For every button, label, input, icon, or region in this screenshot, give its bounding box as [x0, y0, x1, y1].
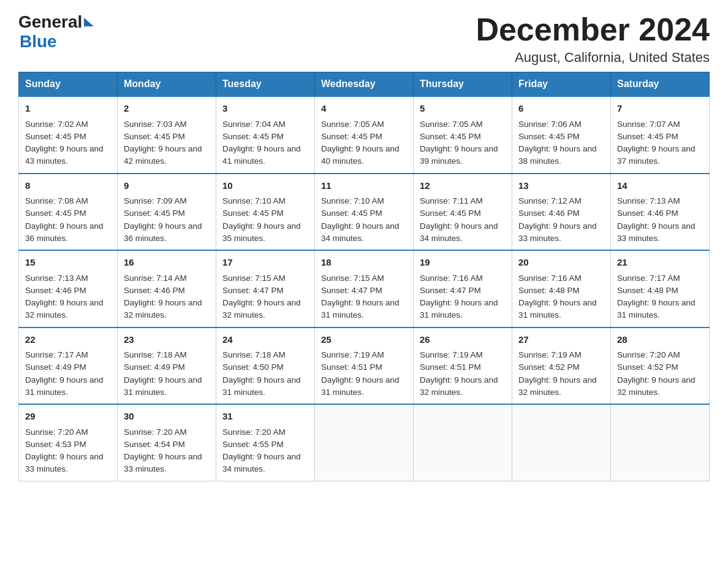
- calendar-cell: 31 Sunrise: 7:20 AM Sunset: 4:55 PM Dayl…: [216, 404, 315, 481]
- calendar-cell: 21 Sunrise: 7:17 AM Sunset: 4:48 PM Dayl…: [611, 250, 710, 327]
- day-number: 15: [25, 256, 111, 270]
- calendar-cell: 22 Sunrise: 7:17 AM Sunset: 4:49 PM Dayl…: [19, 327, 118, 405]
- daylight-text: Daylight: 9 hours and 36 minutes.: [25, 221, 104, 243]
- day-number: 3: [222, 102, 308, 116]
- sunrise-text: Sunrise: 7:19 AM: [518, 350, 582, 359]
- calendar-cell: 29 Sunrise: 7:20 AM Sunset: 4:53 PM Dayl…: [19, 404, 118, 481]
- daylight-text: Daylight: 9 hours and 37 minutes.: [617, 144, 696, 166]
- daylight-text: Daylight: 9 hours and 32 minutes.: [420, 375, 498, 397]
- sunrise-text: Sunrise: 7:11 AM: [420, 196, 483, 205]
- daylight-text: Daylight: 9 hours and 32 minutes.: [25, 298, 104, 320]
- sunrise-text: Sunrise: 7:15 AM: [321, 274, 384, 283]
- day-number: 11: [321, 179, 407, 193]
- day-number: 31: [222, 410, 308, 424]
- sunset-text: Sunset: 4:51 PM: [420, 362, 481, 372]
- main-title: December 2024: [476, 12, 710, 47]
- sunset-text: Sunset: 4:49 PM: [25, 362, 86, 372]
- calendar-header-friday: Friday: [512, 72, 611, 97]
- daylight-text: Daylight: 9 hours and 33 minutes.: [518, 221, 597, 243]
- day-number: 7: [617, 102, 703, 116]
- sunrise-text: Sunrise: 7:17 AM: [25, 350, 88, 359]
- calendar-cell: 17 Sunrise: 7:15 AM Sunset: 4:47 PM Dayl…: [216, 250, 315, 327]
- sunset-text: Sunset: 4:45 PM: [25, 209, 86, 218]
- sunrise-text: Sunrise: 7:18 AM: [124, 350, 187, 359]
- daylight-text: Daylight: 9 hours and 32 minutes.: [124, 298, 202, 320]
- day-number: 12: [420, 179, 506, 193]
- sunset-text: Sunset: 4:45 PM: [420, 132, 481, 141]
- sunset-text: Sunset: 4:45 PM: [222, 132, 284, 141]
- sunrise-text: Sunrise: 7:05 AM: [420, 120, 483, 129]
- sunset-text: Sunset: 4:45 PM: [321, 209, 382, 218]
- calendar-header-saturday: Saturday: [611, 72, 710, 97]
- daylight-text: Daylight: 9 hours and 40 minutes.: [321, 144, 400, 166]
- sunrise-text: Sunrise: 7:12 AM: [518, 196, 582, 205]
- sunrise-text: Sunrise: 7:13 AM: [617, 196, 680, 205]
- day-number: 10: [222, 179, 308, 193]
- daylight-text: Daylight: 9 hours and 42 minutes.: [124, 144, 202, 166]
- day-number: 16: [124, 256, 210, 270]
- day-number: 4: [321, 102, 407, 116]
- daylight-text: Daylight: 9 hours and 38 minutes.: [518, 144, 597, 166]
- daylight-text: Daylight: 9 hours and 31 minutes.: [124, 375, 202, 397]
- calendar-cell: 26 Sunrise: 7:19 AM Sunset: 4:51 PM Dayl…: [414, 327, 512, 405]
- calendar-cell: [414, 404, 512, 481]
- sunset-text: Sunset: 4:46 PM: [124, 286, 185, 295]
- calendar-cell: [611, 404, 710, 481]
- sunset-text: Sunset: 4:51 PM: [321, 362, 382, 372]
- sunrise-text: Sunrise: 7:20 AM: [617, 350, 680, 359]
- sunrise-text: Sunrise: 7:20 AM: [222, 427, 286, 437]
- sunrise-text: Sunrise: 7:19 AM: [321, 350, 384, 359]
- sunset-text: Sunset: 4:50 PM: [222, 362, 284, 372]
- day-number: 22: [25, 333, 111, 347]
- sunset-text: Sunset: 4:46 PM: [518, 209, 580, 218]
- calendar-cell: 18 Sunrise: 7:15 AM Sunset: 4:47 PM Dayl…: [315, 250, 414, 327]
- sunset-text: Sunset: 4:55 PM: [222, 440, 284, 449]
- day-number: 8: [25, 179, 111, 193]
- daylight-text: Daylight: 9 hours and 32 minutes.: [617, 375, 696, 397]
- calendar-cell: 13 Sunrise: 7:12 AM Sunset: 4:46 PM Dayl…: [512, 174, 611, 251]
- calendar-header-tuesday: Tuesday: [216, 72, 315, 97]
- sunset-text: Sunset: 4:45 PM: [222, 209, 284, 218]
- sunrise-text: Sunrise: 7:05 AM: [321, 120, 384, 129]
- day-number: 28: [617, 333, 703, 347]
- calendar-cell: [315, 404, 414, 481]
- sunrise-text: Sunrise: 7:20 AM: [25, 427, 88, 437]
- calendar-cell: 4 Sunrise: 7:05 AM Sunset: 4:45 PM Dayli…: [315, 96, 414, 174]
- calendar-cell: 1 Sunrise: 7:02 AM Sunset: 4:45 PM Dayli…: [19, 96, 118, 174]
- sunset-text: Sunset: 4:47 PM: [222, 286, 284, 295]
- daylight-text: Daylight: 9 hours and 39 minutes.: [420, 144, 498, 166]
- calendar-cell: 25 Sunrise: 7:19 AM Sunset: 4:51 PM Dayl…: [315, 327, 414, 405]
- calendar-header-sunday: Sunday: [19, 72, 118, 97]
- sunrise-text: Sunrise: 7:09 AM: [124, 196, 187, 205]
- daylight-text: Daylight: 9 hours and 33 minutes.: [617, 221, 696, 243]
- sunrise-text: Sunrise: 7:19 AM: [420, 350, 483, 359]
- sunset-text: Sunset: 4:45 PM: [124, 132, 185, 141]
- day-number: 19: [420, 256, 506, 270]
- sunset-text: Sunset: 4:45 PM: [518, 132, 580, 141]
- sunrise-text: Sunrise: 7:16 AM: [420, 274, 483, 283]
- daylight-text: Daylight: 9 hours and 32 minutes.: [222, 298, 301, 320]
- day-number: 9: [124, 179, 210, 193]
- day-number: 1: [25, 102, 111, 116]
- calendar-cell: 30 Sunrise: 7:20 AM Sunset: 4:54 PM Dayl…: [118, 404, 216, 481]
- calendar-cell: 7 Sunrise: 7:07 AM Sunset: 4:45 PM Dayli…: [611, 96, 710, 174]
- daylight-text: Daylight: 9 hours and 35 minutes.: [222, 221, 301, 243]
- sunrise-text: Sunrise: 7:18 AM: [222, 350, 286, 359]
- daylight-text: Daylight: 9 hours and 33 minutes.: [25, 452, 104, 473]
- calendar-header-row: SundayMondayTuesdayWednesdayThursdayFrid…: [19, 72, 710, 97]
- daylight-text: Daylight: 9 hours and 31 minutes.: [321, 298, 400, 320]
- subtitle: August, California, United States: [476, 50, 710, 66]
- sunrise-text: Sunrise: 7:03 AM: [124, 120, 187, 129]
- logo-arrow-icon: [84, 18, 94, 26]
- calendar-cell: 11 Sunrise: 7:10 AM Sunset: 4:45 PM Dayl…: [315, 174, 414, 251]
- calendar-header-monday: Monday: [118, 72, 216, 97]
- daylight-text: Daylight: 9 hours and 34 minutes.: [222, 452, 301, 473]
- calendar-cell: 9 Sunrise: 7:09 AM Sunset: 4:45 PM Dayli…: [118, 174, 216, 251]
- daylight-text: Daylight: 9 hours and 31 minutes.: [420, 298, 498, 320]
- sunrise-text: Sunrise: 7:06 AM: [518, 120, 582, 129]
- calendar-cell: 19 Sunrise: 7:16 AM Sunset: 4:47 PM Dayl…: [414, 250, 512, 327]
- sunset-text: Sunset: 4:52 PM: [617, 362, 678, 372]
- calendar-cell: 24 Sunrise: 7:18 AM Sunset: 4:50 PM Dayl…: [216, 327, 315, 405]
- calendar-cell: 6 Sunrise: 7:06 AM Sunset: 4:45 PM Dayli…: [512, 96, 611, 174]
- calendar-cell: 14 Sunrise: 7:13 AM Sunset: 4:46 PM Dayl…: [611, 174, 710, 251]
